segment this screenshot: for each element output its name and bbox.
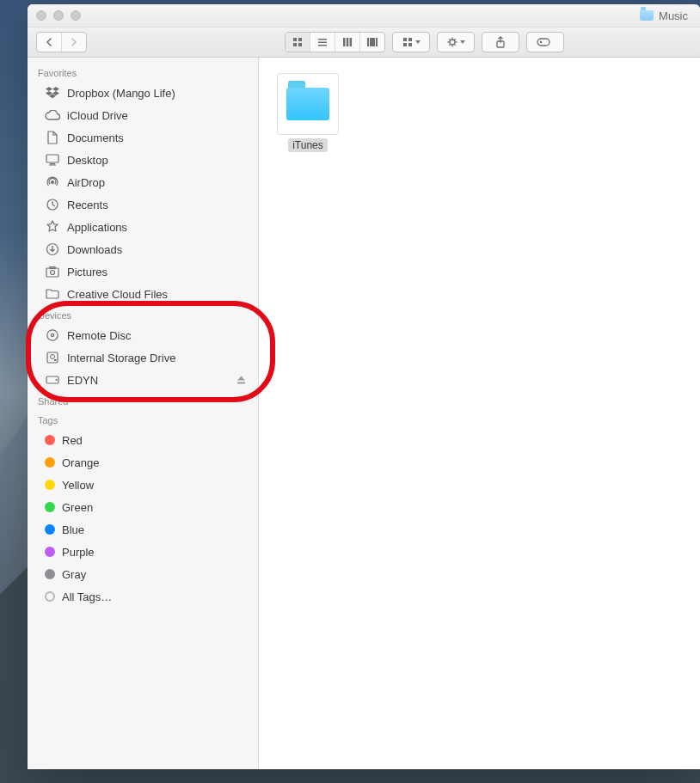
svg-rect-8 [318, 45, 327, 46]
music-folder-icon [640, 10, 654, 21]
disc-icon [45, 327, 60, 343]
svg-rect-42 [47, 352, 58, 363]
svg-rect-47 [237, 382, 245, 384]
svg-rect-2 [293, 38, 297, 41]
sidebar-item-label: Recents [67, 199, 108, 211]
sidebar-item-label: Red [62, 434, 83, 447]
sidebar-item-label: Orange [62, 456, 99, 469]
svg-rect-6 [318, 39, 327, 40]
sidebar-item-label: Green [62, 501, 93, 514]
share-button[interactable] [482, 32, 519, 52]
window-title: Music [640, 4, 688, 27]
tags-button[interactable] [526, 32, 564, 52]
sidebar-item-airdrop[interactable]: AirDrop [28, 171, 258, 193]
finder-window: Music [28, 4, 700, 769]
folder-label: iTunes [288, 138, 328, 152]
sidebar: Favorites Dropbox (Mango Life) iCloud Dr… [28, 58, 259, 769]
apps-icon [45, 219, 60, 235]
sidebar-tag-gray[interactable]: Gray [28, 563, 258, 585]
document-icon [45, 130, 60, 145]
sidebar-tag-green[interactable]: Green [28, 496, 258, 518]
svg-line-25 [454, 44, 455, 45]
svg-rect-33 [49, 165, 56, 166]
svg-rect-15 [403, 38, 407, 41]
sidebar-tag-orange[interactable]: Orange [28, 451, 258, 474]
toolbar [28, 28, 700, 58]
sidebar-item-icloud[interactable]: iCloud Drive [28, 104, 258, 126]
sidebar-tag-yellow[interactable]: Yellow [28, 474, 258, 496]
svg-rect-44 [54, 359, 57, 361]
sidebar-item-pictures[interactable]: Pictures [28, 260, 258, 283]
sidebar-item-label: Blue [62, 523, 84, 536]
pictures-icon [45, 264, 60, 279]
view-columns-button[interactable] [335, 33, 360, 52]
svg-point-43 [51, 355, 55, 359]
tag-dot-icon [45, 435, 55, 445]
cloud-icon [45, 107, 60, 123]
svg-rect-9 [343, 38, 346, 46]
svg-rect-29 [537, 39, 550, 46]
desktop-icon [45, 152, 60, 168]
svg-point-40 [47, 330, 58, 340]
sidebar-tag-all[interactable]: All Tags… [28, 585, 258, 608]
sidebar-tag-red[interactable]: Red [28, 429, 258, 451]
arrange-button[interactable] [392, 32, 430, 52]
downloads-icon [45, 242, 60, 257]
sidebar-item-label: Gray [62, 568, 86, 581]
svg-rect-12 [367, 38, 369, 46]
sidebar-tag-purple[interactable]: Purple [28, 541, 258, 563]
sidebar-item-desktop[interactable]: Desktop [28, 149, 258, 171]
view-icon-button[interactable] [286, 33, 310, 52]
sidebar-item-applications[interactable]: Applications [28, 216, 258, 238]
svg-rect-17 [403, 43, 407, 46]
sidebar-item-label: Pictures [67, 266, 107, 278]
svg-line-24 [449, 39, 450, 40]
section-favorites-header: Favorites [28, 63, 258, 82]
sidebar-item-downloads[interactable]: Downloads [28, 238, 258, 260]
svg-line-27 [454, 39, 455, 40]
folder-icon [45, 286, 60, 302]
svg-rect-5 [298, 43, 302, 46]
view-list-button[interactable] [310, 33, 335, 52]
section-devices-header: Devices [28, 305, 258, 324]
sidebar-item-recents[interactable]: Recents [28, 193, 258, 216]
sidebar-item-internal-drive[interactable]: Internal Storage Drive [28, 346, 258, 369]
svg-point-19 [450, 40, 455, 45]
section-tags-header: Tags [28, 410, 258, 429]
sidebar-item-label: Remote Disc [67, 329, 131, 342]
section-shared-header: Shared [28, 391, 258, 410]
svg-rect-37 [46, 268, 58, 277]
sidebar-item-label: Downloads [67, 243, 122, 256]
minimize-window-button[interactable] [53, 10, 64, 21]
svg-rect-13 [370, 38, 375, 46]
svg-rect-16 [408, 38, 412, 41]
sidebar-item-remote-disc[interactable]: Remote Disc [28, 324, 258, 346]
content-area[interactable]: iTunes [259, 58, 700, 769]
sidebar-item-documents[interactable]: Documents [28, 126, 258, 149]
sidebar-item-label: Yellow [62, 479, 94, 492]
svg-point-30 [540, 41, 543, 44]
eject-icon[interactable] [236, 376, 246, 385]
sidebar-item-dropbox[interactable]: Dropbox (Mango Life) [28, 82, 258, 104]
drive-icon [45, 372, 60, 388]
sidebar-item-label: Desktop [67, 154, 108, 167]
action-button[interactable] [437, 32, 475, 52]
sidebar-item-label: AirDrop [67, 176, 105, 189]
svg-rect-31 [46, 155, 58, 162]
sidebar-tag-blue[interactable]: Blue [28, 518, 258, 541]
recents-icon [45, 197, 60, 212]
folder-icon [277, 73, 339, 135]
forward-button[interactable] [62, 33, 86, 52]
tag-dot-icon [45, 502, 55, 512]
dropbox-icon [45, 85, 60, 101]
sidebar-item-creative-cloud[interactable]: Creative Cloud Files [28, 283, 258, 305]
view-gallery-button[interactable] [360, 33, 384, 52]
close-window-button[interactable] [36, 10, 46, 21]
view-mode-switch [285, 32, 385, 52]
folder-item-itunes[interactable]: iTunes [278, 73, 338, 152]
back-button[interactable] [37, 33, 62, 52]
sidebar-item-edyn[interactable]: EDYN [28, 369, 258, 391]
zoom-window-button[interactable] [71, 10, 81, 21]
tag-dot-icon [45, 591, 55, 602]
sidebar-item-label: iCloud Drive [67, 109, 128, 122]
